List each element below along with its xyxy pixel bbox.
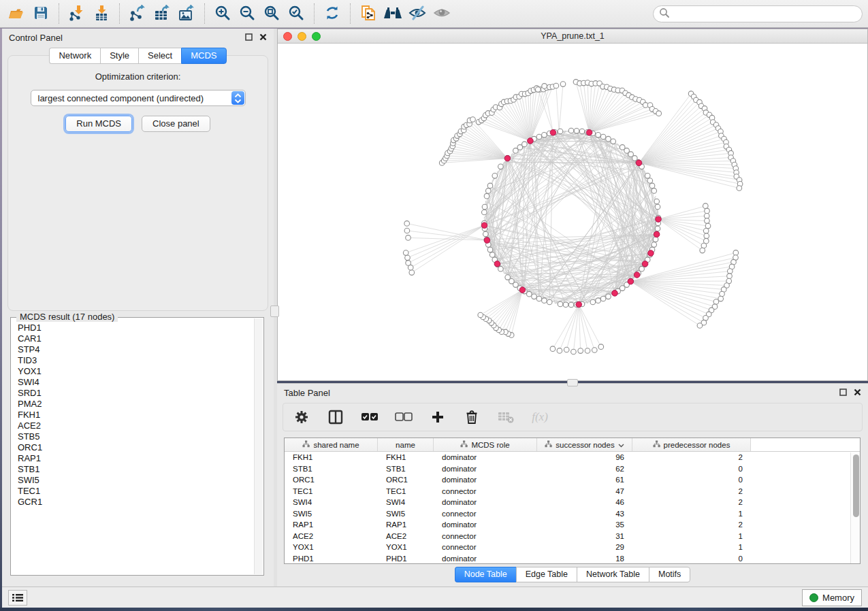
close-panel-icon[interactable] bbox=[854, 388, 861, 398]
table-row[interactable]: SWI4SWI4dominator462 bbox=[285, 497, 860, 508]
show-all-button[interactable] bbox=[430, 2, 454, 25]
mcds-result-item[interactable]: GCR1 bbox=[18, 497, 254, 508]
task-history-button[interactable] bbox=[8, 590, 27, 606]
table-row[interactable]: TEC1TEC1connector472 bbox=[285, 486, 860, 497]
open-file-button[interactable] bbox=[4, 2, 29, 25]
optimization-criterion-label: Optimization criterion: bbox=[8, 71, 268, 82]
apply-layout-button[interactable] bbox=[320, 2, 344, 25]
zoom-out-button[interactable] bbox=[235, 2, 259, 25]
mcds-result-item[interactable]: RAP1 bbox=[18, 453, 254, 464]
mcds-result-item[interactable]: PMA2 bbox=[18, 399, 254, 410]
table-row[interactable]: SWI5SWI5connector431 bbox=[285, 508, 860, 520]
toolbar-separator bbox=[204, 3, 205, 24]
close-panel-button[interactable]: Close panel bbox=[142, 116, 210, 132]
table-row[interactable]: STB1STB1dominator620 bbox=[285, 463, 860, 475]
column-header-predecessor-nodes[interactable]: predecessor nodes bbox=[632, 438, 751, 451]
tab-motifs[interactable]: Motifs bbox=[649, 567, 690, 582]
run-mcds-button[interactable]: Run MCDS bbox=[65, 116, 132, 132]
zoom-fit-button[interactable] bbox=[259, 2, 284, 25]
mcds-result-item[interactable]: STB5 bbox=[18, 431, 254, 442]
mcds-list-scrollbar[interactable] bbox=[254, 318, 263, 574]
attribute-icon bbox=[460, 440, 468, 449]
mcds-result-item[interactable]: STP4 bbox=[18, 344, 254, 355]
select-all-button[interactable] bbox=[361, 408, 379, 426]
column-header-name[interactable]: name bbox=[378, 438, 434, 451]
import-table-button[interactable] bbox=[89, 2, 114, 25]
export-image-button[interactable] bbox=[174, 2, 199, 25]
float-panel-icon[interactable] bbox=[245, 33, 253, 43]
table-cell: 0 bbox=[632, 476, 751, 484]
optimization-criterion-select[interactable]: largest connected component (undirected) bbox=[31, 90, 246, 106]
import-network-button[interactable] bbox=[65, 2, 89, 25]
mcds-result-item[interactable]: SWI5 bbox=[18, 475, 254, 486]
tab-node-table[interactable]: Node Table bbox=[455, 567, 516, 582]
column-header-successor-nodes[interactable]: successor nodes bbox=[537, 438, 632, 451]
zoom-selected-button[interactable] bbox=[284, 2, 308, 25]
header-filler bbox=[751, 438, 860, 451]
column-header-MCDS-role[interactable]: MCDS role bbox=[434, 438, 537, 451]
mcds-result-item[interactable]: TEC1 bbox=[18, 486, 254, 497]
vertical-split-grip[interactable] bbox=[270, 306, 279, 317]
mcds-result-item[interactable]: FKH1 bbox=[18, 410, 254, 420]
table-row[interactable]: ORC1ORC1dominator610 bbox=[285, 474, 860, 486]
binoculars-icon bbox=[383, 5, 403, 22]
mcds-result-item[interactable]: SWI4 bbox=[18, 377, 254, 388]
close-panel-icon[interactable] bbox=[259, 33, 267, 43]
table-cell: YOX1 bbox=[285, 543, 378, 551]
create-column-button[interactable] bbox=[429, 408, 447, 426]
mcds-result-item[interactable]: ACE2 bbox=[18, 420, 254, 431]
export-network-button[interactable] bbox=[125, 2, 150, 25]
unselect-all-button[interactable] bbox=[395, 408, 413, 426]
table-scrollbar[interactable] bbox=[850, 452, 860, 563]
mcds-result-item[interactable]: ORC1 bbox=[18, 442, 254, 453]
mcds-result-item[interactable]: CAR1 bbox=[18, 333, 254, 344]
mcds-result-item[interactable]: STB1 bbox=[18, 464, 254, 475]
mcds-result-item[interactable]: SRD1 bbox=[18, 388, 254, 399]
float-panel-icon[interactable] bbox=[839, 388, 847, 398]
table-row[interactable]: FKH1FKH1dominator962 bbox=[285, 452, 860, 463]
mcds-result-group: MCDS result (17 nodes) PHD1CAR1STP4TID3Y… bbox=[10, 317, 264, 576]
table-cell: ACE2 bbox=[378, 532, 434, 540]
mcds-result-item[interactable]: TID3 bbox=[18, 355, 254, 366]
tab-edge-table[interactable]: Edge Table bbox=[516, 567, 577, 582]
table-row[interactable]: RAP1RAP1dominator352 bbox=[285, 519, 860, 531]
hide-selected-button[interactable] bbox=[405, 2, 430, 25]
table-scrollbar-thumb[interactable] bbox=[853, 455, 859, 517]
delete-table-button[interactable] bbox=[497, 408, 515, 426]
tab-network[interactable]: Network bbox=[49, 48, 100, 64]
function-builder-button[interactable]: f(x) bbox=[531, 408, 549, 426]
tab-mcds[interactable]: MCDS bbox=[181, 48, 226, 64]
list-icon bbox=[12, 593, 23, 602]
delete-column-button[interactable] bbox=[463, 408, 481, 426]
export-table-button[interactable] bbox=[150, 2, 174, 25]
mcds-result-item[interactable]: PHD1 bbox=[18, 323, 254, 333]
save-session-button[interactable] bbox=[29, 2, 53, 25]
network-canvas[interactable] bbox=[278, 44, 867, 380]
mcds-result-list[interactable]: PHD1CAR1STP4TID3YOX1SWI4SRD1PMA2FKH1ACE2… bbox=[12, 318, 254, 574]
show-column-button[interactable] bbox=[327, 408, 344, 426]
table-cell: 1 bbox=[632, 543, 751, 551]
column-header-shared-name[interactable]: shared name bbox=[285, 438, 378, 451]
mcds-tab-content: Optimization criterion: largest connecte… bbox=[7, 55, 268, 311]
table-cell: SWI4 bbox=[378, 498, 434, 506]
table-row[interactable]: ACE2ACE2connector311 bbox=[285, 531, 860, 542]
memory-button[interactable]: Memory bbox=[802, 589, 862, 606]
tab-select[interactable]: Select bbox=[138, 48, 181, 64]
search-input[interactable] bbox=[670, 9, 856, 18]
network-window-titlebar: YPA_prune.txt_1 bbox=[278, 29, 867, 44]
tab-style[interactable]: Style bbox=[100, 48, 138, 64]
table-cell: ACE2 bbox=[285, 532, 378, 540]
table-row[interactable]: YOX1YOX1connector291 bbox=[285, 542, 860, 553]
table-cell: 43 bbox=[537, 510, 632, 518]
memory-label: Memory bbox=[822, 593, 854, 603]
zoom-in-button[interactable] bbox=[210, 2, 235, 25]
tab-network-table[interactable]: Network Table bbox=[577, 567, 649, 582]
mcds-result-item[interactable]: YOX1 bbox=[18, 366, 254, 377]
table-settings-button[interactable] bbox=[293, 408, 310, 426]
node-table[interactable]: shared namenameMCDS rolesuccessor nodesp… bbox=[284, 437, 861, 564]
share-network-button[interactable] bbox=[356, 2, 381, 25]
table-cell: 31 bbox=[537, 532, 632, 540]
find-binoculars-button[interactable] bbox=[381, 2, 405, 25]
table-row[interactable]: PHD1PHD1dominator180 bbox=[285, 553, 860, 565]
horizontal-split-grip[interactable] bbox=[567, 379, 578, 386]
